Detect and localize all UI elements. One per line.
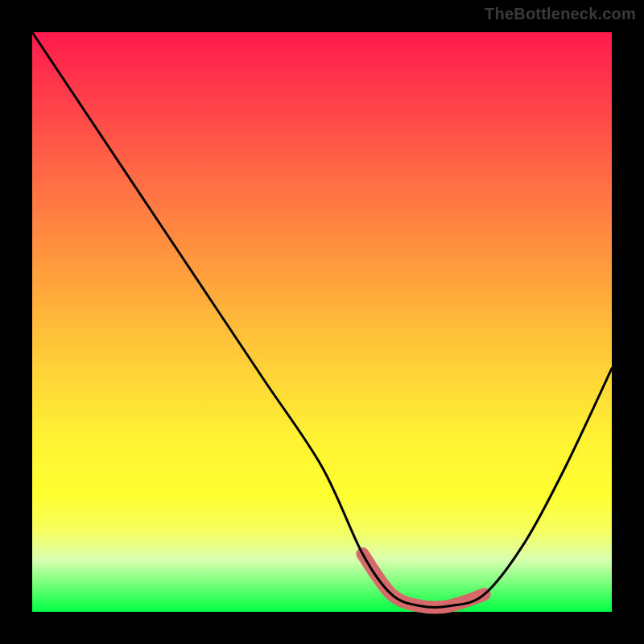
- chart-svg: [32, 32, 612, 612]
- chart-frame: TheBottleneck.com: [0, 0, 644, 644]
- attribution-label: TheBottleneck.com: [485, 5, 636, 23]
- plot-area: [32, 32, 612, 612]
- main-curve-path: [32, 32, 612, 608]
